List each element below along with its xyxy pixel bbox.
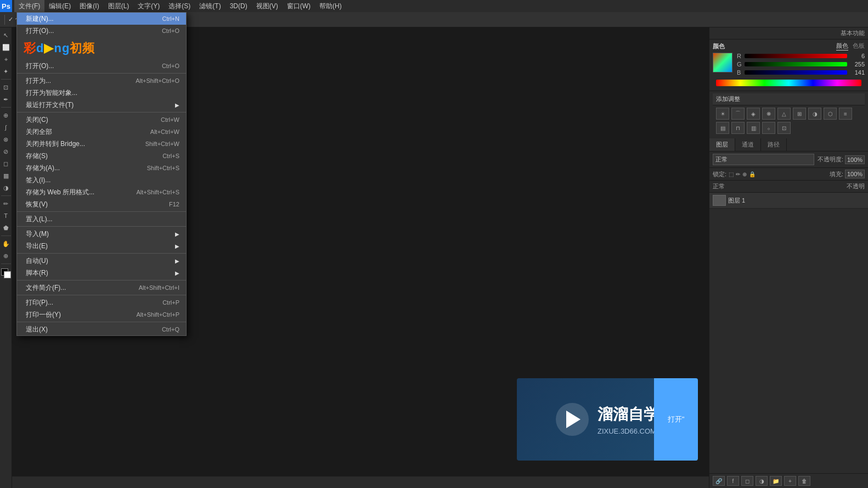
color-preview[interactable] — [713, 53, 732, 72]
menu-recent[interactable]: 最近打开文件(T) ▶ — [17, 99, 186, 111]
g-slider-track[interactable] — [745, 62, 847, 66]
r-slider-track[interactable] — [745, 54, 847, 58]
menu-place[interactable]: 置入(L)... — [17, 213, 186, 225]
hand-tool[interactable]: ✋ — [1, 238, 12, 249]
shape-tool[interactable]: ⬟ — [1, 222, 12, 233]
tab-swatches[interactable]: 色板 — [853, 42, 865, 51]
menu-quit[interactable]: 退出(X) Ctrl+Q — [17, 323, 186, 335]
menu-save-web[interactable]: 存储为 Web 所用格式... Alt+Shift+Ctrl+S — [17, 186, 186, 198]
background-color[interactable] — [4, 271, 11, 278]
crop-tool[interactable]: ⊡ — [1, 82, 12, 93]
menu-file-info[interactable]: 文件简介(F)... Alt+Shift+Ctrl+I — [17, 282, 186, 294]
watermark-content: 溜溜自学 ZIXUE.3D66.COM — [556, 403, 659, 436]
tab-layers[interactable]: 图层 — [709, 138, 735, 151]
menu-layer[interactable]: 图层(L) — [104, 0, 134, 12]
adj-invert[interactable]: ⊡ — [777, 122, 791, 134]
lock-transparent-icon[interactable]: ⬚ — [729, 171, 734, 177]
eraser-tool[interactable]: ◻ — [1, 158, 12, 169]
adj-colorbalance[interactable]: ⊞ — [793, 108, 806, 120]
delete-layer-btn[interactable]: 🗑 — [798, 476, 810, 486]
zoom-tool[interactable]: ⊕ — [1, 250, 12, 261]
menu-close[interactable]: 关闭(C) Ctrl+W — [17, 114, 186, 126]
adj-vibrance[interactable]: ❋ — [762, 108, 775, 120]
menu-open2[interactable]: 打开(O)... Ctrl+O — [17, 60, 186, 72]
menu-import[interactable]: 导入(M) ▶ — [17, 228, 186, 240]
dodge-tool[interactable]: ◑ — [1, 182, 12, 193]
add-mask-btn[interactable]: ◻ — [741, 476, 753, 486]
menu-save-as[interactable]: 存储为(A)... Shift+Ctrl+S — [17, 162, 186, 174]
color-swatch[interactable] — [1, 268, 11, 278]
menu-file[interactable]: 文件(F) — [14, 0, 44, 12]
menu-view[interactable]: 视图(V) — [252, 0, 283, 12]
adj-bw[interactable]: ◑ — [808, 108, 821, 120]
menu-image[interactable]: 图像(I) — [75, 0, 103, 12]
spectrum-bar[interactable] — [716, 80, 861, 86]
new-layer-btn[interactable]: + — [784, 476, 796, 486]
heal-tool[interactable]: ⊕ — [1, 110, 12, 121]
select-tool[interactable]: ⬜ — [1, 42, 12, 53]
menu-open-as[interactable]: 打开为... Alt+Shift+Ctrl+O — [17, 75, 186, 87]
g-value: 255 — [849, 61, 865, 68]
lock-label: 锁定: — [713, 170, 726, 178]
menu-close-bridge[interactable]: 关闭并转到 Bridge... Shift+Ctrl+W — [17, 138, 186, 150]
menu-print[interactable]: 打印(P)... Ctrl+P — [17, 296, 186, 308]
lock-image-icon[interactable]: ✏ — [736, 171, 740, 177]
menu-close-bridge-shortcut: Shift+Ctrl+W — [145, 141, 179, 147]
adj-exposure[interactable]: ◈ — [747, 108, 760, 120]
menu-save-as-shortcut: Shift+Ctrl+S — [147, 165, 179, 171]
fill-input[interactable] — [845, 170, 865, 178]
lock-position-icon[interactable]: ⊕ — [742, 171, 747, 177]
menu-scripts[interactable]: 脚本(R) ▶ — [17, 267, 186, 279]
add-style-btn[interactable]: f — [727, 476, 739, 486]
lock-all-icon[interactable]: 🔒 — [749, 171, 756, 177]
adj-selective[interactable]: ⬦ — [762, 122, 775, 134]
new-group-btn[interactable]: 📁 — [770, 476, 782, 486]
menu-window[interactable]: 窗口(W) — [283, 0, 315, 12]
menu-close-all[interactable]: 关闭全部 Alt+Ctrl+W — [17, 126, 186, 138]
menu-filter[interactable]: 滤镜(T) — [195, 0, 225, 12]
menu-automate-label: 自动(U) — [26, 256, 171, 266]
menu-export[interactable]: 导出(E) ▶ — [17, 240, 186, 252]
eyedropper-tool[interactable]: ✒ — [1, 94, 12, 105]
tab-channels[interactable]: 通道 — [735, 138, 761, 151]
menu-help[interactable]: 帮助(H) — [315, 0, 346, 12]
clone-tool[interactable]: ⊗ — [1, 134, 12, 145]
magic-wand-tool[interactable]: ✦ — [1, 66, 12, 77]
layers-mode[interactable]: 正常 — [713, 154, 814, 165]
tab-color[interactable]: 颜色 — [836, 42, 848, 51]
opacity-input[interactable] — [845, 155, 865, 164]
tool-sep5 — [1, 263, 11, 264]
lasso-tool[interactable]: ⌖ — [1, 54, 12, 65]
tab-paths[interactable]: 路径 — [761, 138, 787, 151]
adj-threshold[interactable]: ⊓ — [731, 122, 745, 134]
brush-tool[interactable]: ∫ — [1, 122, 12, 133]
move-tool[interactable]: ↖ — [1, 30, 12, 41]
pen-tool[interactable]: ✏ — [1, 198, 12, 209]
menu-edit[interactable]: 编辑(E) — [44, 0, 75, 12]
link-layers-btn[interactable]: 🔗 — [713, 476, 725, 486]
menu-automate[interactable]: 自动(U) ▶ — [17, 255, 186, 267]
menu-open[interactable]: 打开(O)... Ctrl+O — [17, 25, 186, 37]
menu-text[interactable]: 文字(Y) — [133, 0, 164, 12]
adj-photo[interactable]: ⬡ — [824, 108, 837, 120]
menu-checkin[interactable]: 签入(I)... — [17, 174, 186, 186]
menu-save[interactable]: 存储(S) Ctrl+S — [17, 150, 186, 162]
b-slider-track[interactable] — [745, 70, 847, 75]
menu-3d[interactable]: 3D(D) — [226, 0, 252, 12]
adj-curves[interactable]: ⌒ — [731, 108, 745, 120]
gradient-tool[interactable]: ▦ — [1, 170, 12, 181]
history-tool[interactable]: ⊘ — [1, 146, 12, 157]
adj-posterize[interactable]: ▤ — [716, 122, 729, 134]
adj-gradient[interactable]: ▥ — [747, 122, 760, 134]
menu-select[interactable]: 选择(S) — [164, 0, 195, 12]
menu-open-smart[interactable]: 打开为智能对象... — [17, 87, 186, 99]
adj-hsl[interactable]: △ — [777, 108, 791, 120]
layer-item-1[interactable]: 图层 1 — [709, 193, 868, 209]
text-tool[interactable]: T — [1, 210, 12, 221]
adj-mixer[interactable]: ≡ — [839, 108, 852, 120]
adj-brightness[interactable]: ☀ — [716, 108, 729, 120]
menu-new[interactable]: 新建(N)... Ctrl+N — [17, 13, 186, 25]
menu-print-one[interactable]: 打印一份(Y) Alt+Shift+Ctrl+P — [17, 308, 186, 321]
menu-revert[interactable]: 恢复(V) F12 — [17, 198, 186, 210]
adjustment-btn[interactable]: ◑ — [756, 476, 768, 486]
